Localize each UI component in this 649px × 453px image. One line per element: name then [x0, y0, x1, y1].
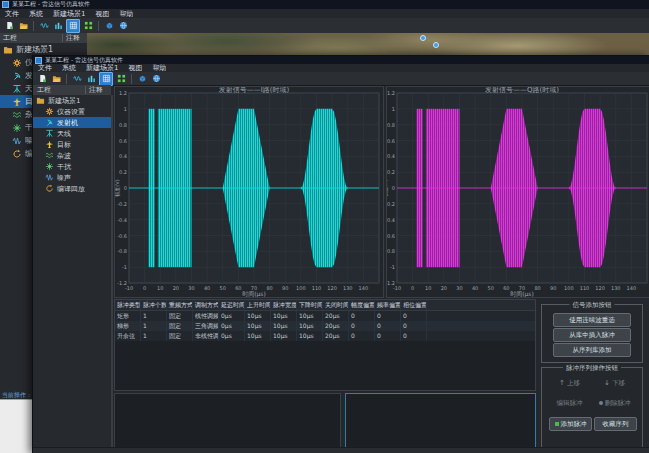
svg-text:-1: -1	[122, 264, 127, 270]
toolbar-button-cube[interactable]	[103, 20, 115, 32]
use-cw-reselect-button[interactable]: 使用连续波重选	[553, 313, 631, 327]
pulse-sequence-table: 脉冲类型脉冲个数重频方式调制方式延迟时间上升时间脉冲宽度下降时间关闭时间幅度偏置…	[114, 299, 536, 391]
table-cell: 线性调频	[193, 311, 219, 321]
tree-item-antenna[interactable]: 天线	[33, 128, 111, 139]
signal-add-group-title: 信号添加按钮	[570, 301, 615, 310]
toolbar-button-cube[interactable]	[136, 73, 148, 85]
scatter-view-icon	[117, 74, 126, 83]
table-row[interactable]: 梯形1固定三角调频0μs10μs10μs10μs20μs000	[115, 321, 535, 331]
target-plane-icon	[45, 140, 54, 149]
replay-icon	[45, 184, 54, 193]
table-cell: 非线性调频	[193, 331, 219, 341]
menu-item-3[interactable]: 视图	[90, 10, 114, 18]
table-cell: 1	[141, 321, 167, 331]
delete-pulse-button[interactable]: 删除脉冲	[594, 397, 635, 409]
chart-icon	[54, 21, 63, 30]
front-status-bar	[33, 447, 649, 453]
tree-item-scene-root[interactable]: 新建场景1	[33, 95, 111, 106]
add-pulse-button[interactable]: 添加脉冲	[549, 417, 592, 431]
transmitter-icon	[45, 118, 54, 127]
menu-item-2[interactable]: 新建场景1	[48, 10, 90, 18]
toolbar-button-scatter-view[interactable]	[82, 20, 94, 32]
move-up-button[interactable]: ↑上移	[549, 377, 590, 389]
menu-item-3[interactable]: 视图	[123, 64, 147, 72]
tree-item-label: 天线	[57, 129, 71, 139]
table-header-cell: 调制方式	[193, 300, 219, 310]
toolbar-button-waveform[interactable]	[38, 20, 50, 32]
svg-text:1.2: 1.2	[387, 90, 395, 96]
tree-item-jammer[interactable]: 干扰	[33, 161, 111, 172]
toolbar-button-new-file[interactable]	[3, 20, 15, 32]
table-row[interactable]: 升余弦1固定非线性调频0μs10μs10μs10μs20μs000	[115, 331, 535, 341]
svg-text:-1: -1	[390, 264, 395, 270]
table-cell: 0μs	[219, 321, 245, 331]
front-window-titlebar[interactable]: 某某工程 - 雷达信号仿真软件	[33, 56, 649, 64]
toolbar-button-grid-view[interactable]	[99, 72, 113, 86]
back-window-titlebar[interactable]: 某某工程 - 雷达信号仿真软件	[0, 0, 649, 9]
desktop: 某某工程 - 雷达信号仿真软件 文件系统新建场景1视图帮助 工程 注释 新建场景…	[0, 0, 649, 453]
menu-item-4[interactable]: 帮助	[114, 10, 138, 18]
chart-q-time-domain: 发射信号——Q路(时域)1.210.80.60.40.20-0.2-0.4-0.…	[386, 86, 649, 298]
up-arrow-icon: ↑	[559, 380, 565, 386]
cube-icon	[138, 74, 147, 83]
back-project-column-label: 工程	[3, 33, 17, 43]
svg-text:时间(μs): 时间(μs)	[510, 290, 534, 297]
tree-item-clutter[interactable]: 杂波	[33, 150, 111, 161]
button-label: 删除脉冲	[605, 399, 631, 408]
svg-text:-0.2: -0.2	[117, 201, 127, 207]
table-cell: 0	[349, 311, 375, 321]
svg-text:幅度(V): 幅度(V)	[387, 179, 389, 196]
toolbar-button-waveform[interactable]	[71, 73, 83, 85]
svg-text:30: 30	[188, 285, 194, 291]
map-marker-icon[interactable]	[420, 35, 426, 41]
tree-item-label: 发射机	[57, 118, 78, 128]
svg-text:20: 20	[441, 285, 447, 291]
bottom-right-panel[interactable]	[345, 393, 536, 448]
table-cell: 20μs	[323, 321, 349, 331]
tree-item-noise[interactable]: 噪声	[33, 172, 111, 183]
toolbar-button-open-folder[interactable]	[50, 73, 62, 85]
insert-pulse-from-lib-button[interactable]: 从库中插入脉冲	[553, 328, 631, 342]
map-marker-icon[interactable]	[433, 42, 439, 48]
menu-item-2[interactable]: 新建场景1	[81, 64, 123, 72]
toolbar-button-globe[interactable]	[117, 20, 129, 32]
menu-item-1[interactable]: 系统	[24, 10, 48, 18]
table-header-cell: 相位偏置	[401, 300, 427, 310]
svg-text:140: 140	[359, 285, 369, 291]
svg-text:0.4: 0.4	[119, 153, 127, 159]
toolbar-button-chart[interactable]	[85, 73, 97, 85]
toolbar-button-new-file[interactable]	[36, 73, 48, 85]
bottom-left-panel	[114, 393, 341, 448]
svg-text:0.6: 0.6	[119, 138, 127, 144]
front-toolbar	[33, 72, 649, 86]
tree-item-target[interactable]: 目标	[33, 139, 111, 150]
menu-item-1[interactable]: 系统	[57, 64, 81, 72]
back-note-column-label: 注释	[66, 33, 80, 43]
menu-item-0[interactable]: 文件	[0, 10, 24, 18]
svg-text:80: 80	[266, 285, 272, 291]
edit-pulse-button[interactable]: 编辑脉冲	[549, 397, 590, 409]
svg-text:发射信号——I路(时域): 发射信号——I路(时域)	[219, 87, 290, 94]
add-from-sequence-lib-button[interactable]: 从序列库添加	[553, 343, 631, 357]
table-cell: 20μs	[323, 331, 349, 341]
save-sequence-button[interactable]: 收藏序列	[594, 417, 637, 431]
menu-item-0[interactable]: 文件	[33, 64, 57, 72]
toolbar-button-open-folder[interactable]	[17, 20, 29, 32]
tree-item-replay[interactable]: 编译回放	[33, 183, 111, 194]
toolbar-button-globe[interactable]	[150, 73, 162, 85]
toolbar-button-grid-view[interactable]	[66, 19, 80, 33]
menu-item-4[interactable]: 帮助	[147, 64, 171, 72]
table-row[interactable]: 矩形1固定线性调频0μs10μs10μs10μs20μs000	[115, 311, 535, 321]
toolbar-separator	[33, 21, 34, 31]
tree-item-label: 目标	[57, 140, 71, 150]
add-icon	[555, 422, 559, 426]
svg-text:0.2: 0.2	[119, 169, 127, 175]
tree-item-transmitter[interactable]: 发射机	[33, 117, 111, 128]
back-window-title: 某某工程 - 雷达信号仿真软件	[12, 0, 90, 9]
tree-item-instrument-settings[interactable]: 仪器设置	[33, 106, 111, 117]
svg-text:50: 50	[488, 285, 494, 291]
toolbar-button-scatter-view[interactable]	[115, 73, 127, 85]
toolbar-button-chart[interactable]	[52, 20, 64, 32]
move-down-button[interactable]: ↓下移	[594, 377, 635, 389]
table-cell: 0	[349, 331, 375, 341]
